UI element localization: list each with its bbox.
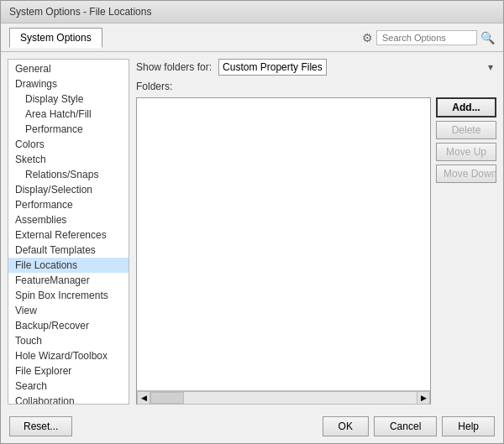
nav-item[interactable]: Sketch [8,152,129,167]
bottom-bar: Reset... OK Cancel Help [1,411,503,443]
nav-item[interactable]: File Explorer [8,363,129,379]
add-button[interactable]: Add... [436,97,496,118]
show-folders-row: Show folders for: Custom Property FilesD… [136,59,496,76]
nav-item[interactable]: Area Hatch/Fill [8,107,129,122]
ok-button[interactable]: OK [323,416,369,436]
nav-item[interactable]: Search [8,379,129,394]
nav-item[interactable]: Backup/Recover [8,318,129,333]
folders-dropdown[interactable]: Custom Property FilesDocument TemplatesS… [218,59,327,76]
folders-label: Folders: [136,81,496,92]
tab-system-options[interactable]: System Options [9,28,102,48]
nav-item[interactable]: Collaboration [8,394,129,405]
nav-item[interactable]: Drawings [8,76,129,91]
nav-item[interactable]: Assemblies [8,212,129,227]
folders-list-container: ◀ ▶ [136,97,431,405]
help-button[interactable]: Help [442,416,495,436]
nav-item[interactable]: Performance [8,122,129,137]
show-folders-label: Show folders for: [136,61,212,73]
nav-item[interactable]: Display Style [8,91,129,107]
nav-item[interactable]: Hole Wizard/Toolbox [8,348,129,363]
nav-item[interactable]: External References [8,227,129,243]
scrollbar-thumb[interactable] [150,392,184,404]
title-bar: System Options - File Locations [1,1,503,24]
window-title: System Options - File Locations [9,6,151,18]
nav-item[interactable]: Display/Selection [8,182,129,197]
move-up-button[interactable]: Move Up [436,143,496,161]
reset-button[interactable]: Reset... [9,416,72,436]
nav-item[interactable]: FeatureManager [8,273,129,288]
nav-item[interactable]: Relations/Snaps [8,167,129,182]
tab-header-row: System Options ⚙ 🔍 [1,24,503,52]
folders-list [137,98,430,390]
scroll-left-button[interactable]: ◀ [137,391,150,405]
content-area: GeneralDrawingsDisplay StyleArea Hatch/F… [1,52,503,411]
nav-item[interactable]: Performance [8,197,129,212]
search-input[interactable] [376,30,477,45]
left-nav-panel: GeneralDrawingsDisplay StyleArea Hatch/F… [8,59,129,405]
scroll-right-button[interactable]: ▶ [417,391,430,405]
nav-item[interactable]: General [8,61,129,76]
move-down-button[interactable]: Move Down [436,165,496,183]
nav-item[interactable]: Spin Box Increments [8,288,129,303]
dropdown-wrapper: Custom Property FilesDocument TemplatesS… [218,59,496,76]
delete-button[interactable]: Delete [436,121,496,139]
nav-item[interactable]: File Locations [8,258,129,273]
cancel-button[interactable]: Cancel [374,416,437,436]
nav-item[interactable]: Colors [8,137,129,152]
gear-icon: ⚙ [362,31,373,44]
nav-item[interactable]: View [8,303,129,318]
search-icon: 🔍 [480,31,495,44]
main-window: System Options - File Locations System O… [0,0,504,444]
nav-item[interactable]: Touch [8,333,129,348]
ok-cancel-help: OK Cancel Help [323,416,495,436]
search-button[interactable]: 🔍 [480,31,495,44]
folders-area: ◀ ▶ Add... Delete Move Up Move Down [136,97,496,405]
action-buttons-column: Add... Delete Move Up Move Down [436,97,496,405]
scrollbar-track [150,391,417,405]
nav-item[interactable]: Default Templates [8,243,129,258]
right-panel: Show folders for: Custom Property FilesD… [136,59,496,405]
scrollbar-h: ◀ ▶ [137,390,430,404]
